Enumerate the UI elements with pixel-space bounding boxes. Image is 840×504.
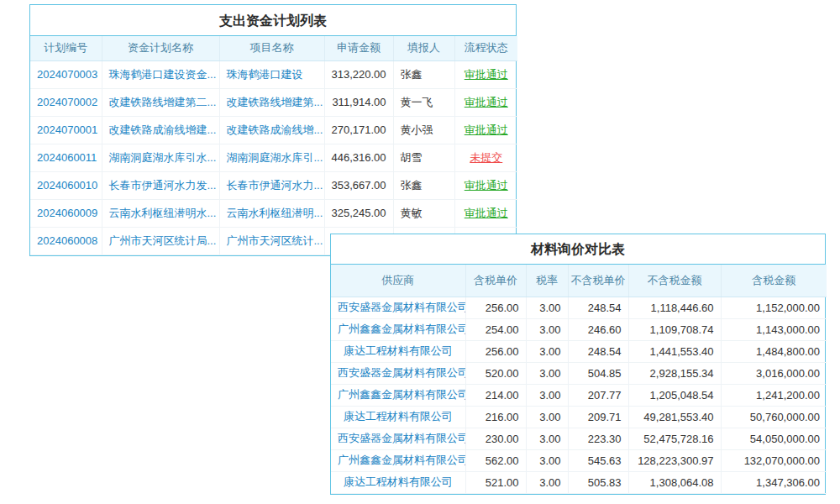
price-with-tax-cell: 230.00 [465,428,526,449]
price-with-tax-cell: 562.00 [465,449,526,471]
plan-id-link[interactable]: 2024060010 [37,179,97,192]
plan-id-link[interactable]: 2024070003 [37,68,97,81]
process-status-link[interactable]: 审批通过 [465,68,508,81]
fund-plan-name-link[interactable]: 广州市天河区统计局... [109,234,217,247]
amount-with-tax-cell: 132,070,000.00 [721,449,827,471]
material-quote-table: 供应商 含税单价 税率 不含税单价 不含税金额 含税金额 西安盛器金属材料有限公… [331,265,827,494]
amount-with-tax-cell: 54,050,000.00 [721,428,827,449]
quote-table-row: 康达工程材料有限公司 256.00 3.00 248.54 1,441,553.… [331,340,827,362]
plan-col-header-project-name: 项目名称 [219,36,324,60]
plan-id-link[interactable]: 2024070001 [37,123,97,136]
supplier-link[interactable]: 西安盛器金属材料有限公司 [338,366,465,379]
supplier-link[interactable]: 康达工程材料有限公司 [344,475,453,488]
process-status-link[interactable]: 审批通过 [465,207,508,219]
quote-table-row: 广州鑫鑫金属材料有限公司 214.00 3.00 207.77 1,205,04… [331,384,827,406]
quote-table-row: 西安盛器金属材料有限公司 256.00 3.00 248.54 1,118,44… [331,297,827,318]
amount-no-tax-cell: 1,441,553.40 [628,340,721,362]
price-with-tax-cell: 256.00 [465,297,526,318]
plan-table-row: 2024060009 云南水利枢纽潜明水... 云南水利枢纽潜明... 325,… [30,199,517,227]
plan-table-header-row: 计划编号 资金计划名称 项目名称 申请金额 填报人 流程状态 [30,36,517,60]
process-status-link[interactable]: 审批通过 [465,179,508,192]
apply-amount-cell: 325,245.00 [324,199,393,227]
price-with-tax-cell: 214.00 [465,384,526,406]
amount-with-tax-cell: 1,152,000.00 [721,297,827,318]
project-name-link[interactable]: 珠海鹤港口建设 [227,68,303,81]
plan-id-link[interactable]: 2024060008 [37,234,97,247]
amount-no-tax-cell: 1,109,708.74 [628,318,721,340]
fund-plan-name-link[interactable]: 长春市伊通河水力发... [109,179,217,192]
plan-col-header-fund-name: 资金计划名称 [102,36,219,60]
project-name-link[interactable]: 改建铁路成渝线增... [227,123,323,136]
fund-plan-name-link[interactable]: 云南水利枢纽潜明水... [109,207,217,219]
amount-no-tax-cell: 1,308,064.08 [628,471,721,493]
process-status-link[interactable]: 审批通过 [465,96,508,108]
plan-col-header-amount: 申请金额 [324,36,393,60]
tax-rate-cell: 3.00 [526,318,568,340]
process-status-link[interactable]: 审批通过 [465,123,508,136]
supplier-link[interactable]: 广州鑫鑫金属材料有限公司 [338,388,465,401]
project-name-link[interactable]: 湖南洞庭湖水库引... [227,151,323,164]
project-name-link[interactable]: 云南水利枢纽潜明... [227,207,323,219]
project-name-link[interactable]: 广州市天河区统计... [227,234,323,247]
quote-col-header-amount-tax: 含税金额 [721,265,827,297]
tax-rate-cell: 3.00 [526,428,568,449]
quote-table-row: 广州鑫鑫金属材料有限公司 254.00 3.00 246.60 1,109,70… [331,318,827,340]
plan-table-row: 2024070003 珠海鹤港口建设资金... 珠海鹤港口建设 313,220.… [30,60,517,88]
filler-cell: 黄敏 [393,199,454,227]
project-name-link[interactable]: 改建铁路线增建第... [227,96,323,108]
amount-no-tax-cell: 52,475,728.16 [628,428,721,449]
supplier-link[interactable]: 西安盛器金属材料有限公司 [338,432,465,444]
fund-plan-name-link[interactable]: 珠海鹤港口建设资金... [109,68,217,81]
expense-plan-table-panel: 支出资金计划列表 计划编号 资金计划名称 项目名称 申请金额 填报人 流程状态 [29,4,517,256]
quote-table-row: 西安盛器金属材料有限公司 230.00 3.00 223.30 52,475,7… [331,428,827,449]
quote-table-row: 西安盛器金属材料有限公司 520.00 3.00 504.85 2,928,15… [331,362,827,384]
quote-col-header-price-no-tax: 不含税单价 [568,265,628,297]
tax-rate-cell: 3.00 [526,449,568,471]
plan-table-row: 2024070002 改建铁路线增建第二... 改建铁路线增建第... 311,… [30,88,517,116]
price-no-tax-cell: 223.30 [568,428,628,449]
material-quote-table-panel: 材料询价对比表 供应商 含税单价 税率 不含税单价 不含税金额 含税金额 [330,234,826,495]
quote-table-row: 广州鑫鑫金属材料有限公司 562.00 3.00 545.63 128,223,… [331,449,827,471]
tax-rate-cell: 3.00 [526,362,568,384]
plan-col-header-filler: 填报人 [393,36,454,60]
price-with-tax-cell: 521.00 [465,471,526,493]
project-name-link[interactable]: 长春市伊通河水力... [227,179,323,192]
plan-col-header-status: 流程状态 [454,36,517,60]
filler-cell: 胡雪 [393,144,454,171]
plan-id-link[interactable]: 2024060011 [37,151,97,164]
supplier-link[interactable]: 广州鑫鑫金属材料有限公司 [338,323,465,335]
amount-no-tax-cell: 1,205,048.54 [628,384,721,406]
amount-with-tax-cell: 1,241,200.00 [721,384,827,406]
price-no-tax-cell: 209.71 [568,406,628,428]
fund-plan-name-link[interactable]: 湖南洞庭湖水库引水... [109,151,217,164]
amount-no-tax-cell: 49,281,553.40 [628,406,721,428]
plan-table-row: 2024070001 改建铁路成渝线增建... 改建铁路成渝线增... 270,… [30,116,517,144]
supplier-link[interactable]: 康达工程材料有限公司 [344,410,453,423]
amount-with-tax-cell: 50,760,000.00 [721,406,827,428]
plan-table-body: 2024070003 珠海鹤港口建设资金... 珠海鹤港口建设 313,220.… [30,60,517,255]
filler-cell: 黄一飞 [393,88,454,116]
plan-table-row: 2024060011 湖南洞庭湖水库引水... 湖南洞庭湖水库引... 446,… [30,144,517,171]
price-with-tax-cell: 254.00 [465,318,526,340]
price-with-tax-cell: 216.00 [465,406,526,428]
price-with-tax-cell: 256.00 [465,340,526,362]
quote-table-row: 康达工程材料有限公司 216.00 3.00 209.71 49,281,553… [331,406,827,428]
fund-plan-name-link[interactable]: 改建铁路线增建第二... [109,96,217,108]
material-quote-table-title: 材料询价对比表 [331,234,825,265]
plan-id-link[interactable]: 2024070002 [37,96,97,108]
supplier-link[interactable]: 西安盛器金属材料有限公司 [338,301,465,313]
plan-table-row: 2024060010 长春市伊通河水力发... 长春市伊通河水力... 353,… [30,171,517,199]
price-no-tax-cell: 246.60 [568,318,628,340]
fund-plan-name-link[interactable]: 改建铁路成渝线增建... [109,123,217,136]
tax-rate-cell: 3.00 [526,297,568,318]
tax-rate-cell: 3.00 [526,384,568,406]
supplier-link[interactable]: 康达工程材料有限公司 [344,344,453,357]
quote-table-header-row: 供应商 含税单价 税率 不含税单价 不含税金额 含税金额 [331,265,827,297]
price-with-tax-cell: 520.00 [465,362,526,384]
plan-id-link[interactable]: 2024060009 [37,207,97,219]
quote-col-header-tax-rate: 税率 [526,265,568,297]
amount-with-tax-cell: 1,143,000.00 [721,318,827,340]
process-status-link[interactable]: 未提交 [470,151,502,164]
price-no-tax-cell: 248.54 [568,297,628,318]
supplier-link[interactable]: 广州鑫鑫金属材料有限公司 [338,454,465,466]
